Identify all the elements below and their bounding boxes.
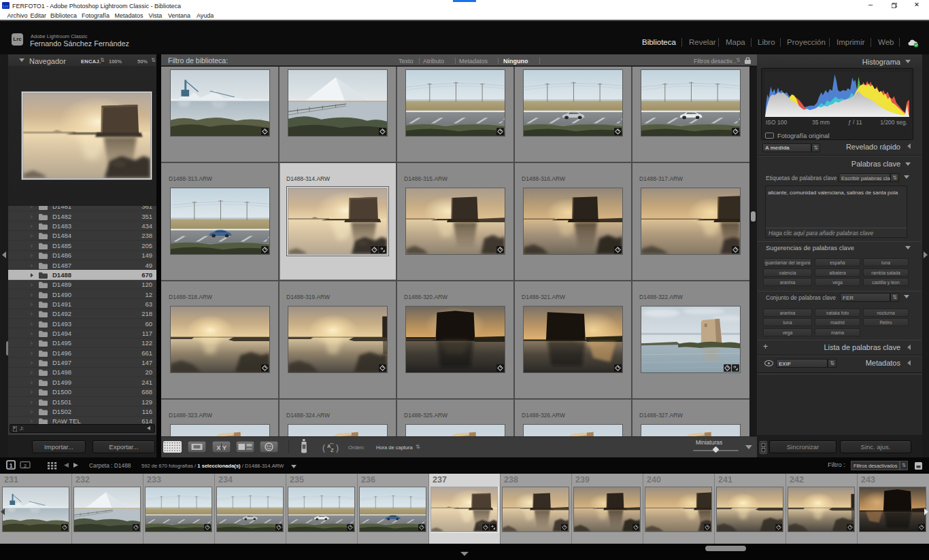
svg-text:(: ( — [322, 443, 325, 453]
svg-text:1: 1 — [10, 462, 13, 469]
svg-text:Lrc: Lrc — [3, 4, 9, 8]
svg-text:2: 2 — [24, 463, 27, 469]
svg-text:Y: Y — [222, 444, 226, 451]
svg-text:Z: Z — [331, 447, 334, 453]
svg-text:): ) — [336, 443, 339, 453]
svg-text:X: X — [217, 444, 221, 451]
